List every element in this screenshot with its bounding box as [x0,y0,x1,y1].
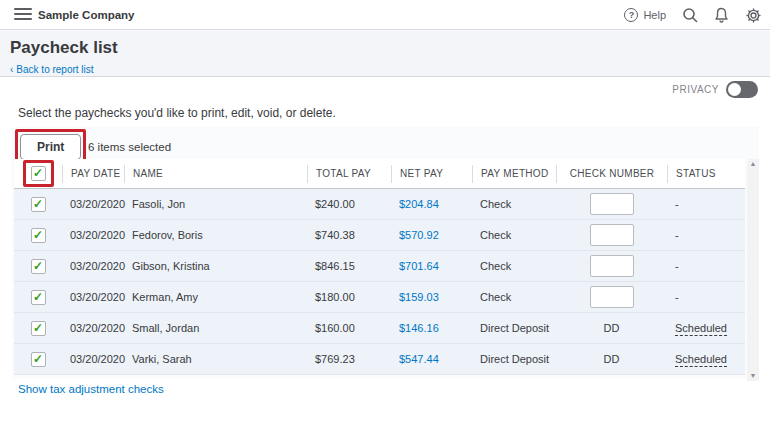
total-pay-cell: $240.00 [307,198,391,210]
check-number-input[interactable] [590,193,634,215]
pay-method-cell: Check [472,260,556,272]
back-to-report-list-link[interactable]: ‹Back to report list [10,64,94,75]
row-checkbox[interactable] [31,197,46,212]
privacy-label: PRIVACY [672,84,719,95]
col-header-pay-date[interactable]: PAY DATE [62,165,124,183]
privacy-toggle[interactable] [726,81,758,98]
paycheck-list-page: Sample Company ? Help Paycheck list ‹Bac… [0,0,770,444]
checkbox-annotation-box [23,160,54,187]
pay-method-cell: Check [472,291,556,303]
pay-date-cell: 03/20/2020 [62,291,124,303]
row-checkbox[interactable] [31,228,46,243]
status-scheduled-link[interactable]: Scheduled [675,322,727,334]
pay-method-cell: Direct Deposit [472,353,556,365]
total-pay-cell: $180.00 [307,291,391,303]
topbar-actions: ? Help [624,0,762,30]
total-pay-cell: $740.38 [307,229,391,241]
help-label: Help [643,9,666,21]
name-cell: Small, Jordan [124,322,307,334]
paycheck-table: PAY DATE NAME TOTAL PAY NET PAY PAY METH… [14,159,745,375]
col-header-pay-method[interactable]: PAY METHOD [472,165,556,183]
col-header-status[interactable]: STATUS [667,165,745,183]
toggle-knob [728,83,741,96]
paycheck-panel: Print 6 items selected PAY DATE NAME TOT… [12,127,759,379]
name-cell: Fedorov, Boris [124,229,307,241]
table-row: 03/20/2020 Kerman, Amy $180.00 $159.03 C… [14,282,745,313]
row-checkbox[interactable] [31,352,46,367]
page-title: Paycheck list [10,38,118,58]
instruction-text: Select the paychecks you'd like to print… [18,106,336,120]
pay-method-cell: Check [472,229,556,241]
name-cell: Fasoli, Jon [124,198,307,210]
scroll-up-icon[interactable]: ▲ [750,159,757,169]
row-checkbox[interactable] [31,259,46,274]
table-scrollbar[interactable]: ▲ ▼ [747,159,759,381]
col-header-name[interactable]: NAME [124,165,307,183]
row-checkbox[interactable] [31,290,46,305]
table-row: 03/20/2020 Small, Jordan $160.00 $146.16… [14,313,745,344]
selected-count-text: 6 items selected [88,141,171,153]
total-pay-cell: $160.00 [307,322,391,334]
status-scheduled-link[interactable]: Scheduled [675,353,727,365]
table-row: 03/20/2020 Fedorov, Boris $740.38 $570.9… [14,220,745,251]
help-button[interactable]: ? Help [624,8,666,22]
row-checkbox[interactable] [31,321,46,336]
check-number-input[interactable] [590,255,634,277]
net-pay-cell[interactable]: $204.84 [391,198,472,210]
page-header-band: Paycheck list ‹Back to report list [0,31,770,77]
print-button[interactable]: Print [20,134,81,160]
status-cell: - [667,198,745,210]
net-pay-cell[interactable]: $701.64 [391,260,472,272]
pay-date-cell: 03/20/2020 [62,260,124,272]
select-all-cell [14,165,62,183]
col-header-net-pay[interactable]: NET PAY [391,165,472,183]
status-cell: - [667,260,745,272]
status-cell: - [667,291,745,303]
net-pay-cell[interactable]: $547.44 [391,353,472,365]
company-name: Sample Company [38,9,135,21]
status-cell: - [667,229,745,241]
col-header-check-number[interactable]: CHECK NUMBER [556,165,667,183]
scroll-down-icon[interactable]: ▼ [750,371,757,381]
total-pay-cell: $846.15 [307,260,391,272]
privacy-control: PRIVACY [672,81,758,98]
chevron-left-icon: ‹ [10,64,13,75]
check-number-dd: DD [604,322,620,334]
pay-date-cell: 03/20/2020 [62,353,124,365]
net-pay-cell[interactable]: $159.03 [391,291,472,303]
pay-method-cell: Check [472,198,556,210]
help-icon: ? [624,8,638,22]
table-header-row: PAY DATE NAME TOTAL PAY NET PAY PAY METH… [14,159,745,189]
pay-date-cell: 03/20/2020 [62,322,124,334]
col-header-total-pay[interactable]: TOTAL PAY [307,165,391,183]
settings-gear-icon[interactable] [745,7,762,24]
check-number-dd: DD [604,353,620,365]
check-number-input[interactable] [590,224,634,246]
top-navbar: Sample Company ? Help [0,0,770,30]
table-row: 03/20/2020 Varki, Sarah $769.23 $547.44 … [14,344,745,375]
pay-date-cell: 03/20/2020 [62,198,124,210]
search-icon[interactable] [682,7,698,23]
notifications-bell-icon[interactable] [714,7,729,23]
pay-date-cell: 03/20/2020 [62,229,124,241]
name-cell: Kerman, Amy [124,291,307,303]
name-cell: Varki, Sarah [124,353,307,365]
show-tax-adjustment-link[interactable]: Show tax adjustment checks [18,383,164,395]
net-pay-cell[interactable]: $146.16 [391,322,472,334]
table-row: 03/20/2020 Gibson, Kristina $846.15 $701… [14,251,745,282]
check-number-input[interactable] [590,286,634,308]
select-all-checkbox[interactable] [31,166,46,181]
name-cell: Gibson, Kristina [124,260,307,272]
net-pay-cell[interactable]: $570.92 [391,229,472,241]
pay-method-cell: Direct Deposit [472,322,556,334]
total-pay-cell: $769.23 [307,353,391,365]
hamburger-menu-icon[interactable] [14,8,32,22]
table-row: 03/20/2020 Fasoli, Jon $240.00 $204.84 C… [14,189,745,220]
